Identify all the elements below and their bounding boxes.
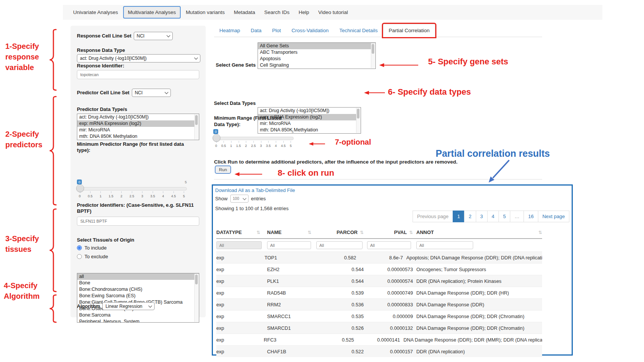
list-option[interactable]: act: Drug Activity (-log10[IC50M]) — [258, 108, 361, 114]
chevron-down-icon — [148, 304, 152, 307]
nav-metadata[interactable]: Metadata — [230, 7, 259, 18]
download-link[interactable]: Download All as a Tab-Delimited File — [215, 187, 295, 193]
nav-multivariate-analyses[interactable]: Multivariate Analyses — [123, 6, 181, 19]
next-page-button[interactable]: Next page — [538, 211, 569, 222]
list-option[interactable]: Bone:Sarcoma — [77, 312, 199, 318]
algorithm-select[interactable]: Linear Regression — [102, 302, 155, 310]
annotation-step5: 5- Specify gene sets — [428, 57, 508, 67]
scrollbar[interactable] — [194, 274, 199, 322]
list-option[interactable]: mth: DNA 850K Methylation — [77, 133, 199, 140]
arrow-down-left-icon — [485, 158, 513, 185]
column-header-parcor[interactable]: PARCOR⇅ — [314, 229, 364, 235]
scrollbar[interactable] — [371, 43, 375, 68]
slider-track[interactable] — [213, 137, 294, 140]
slider-handle[interactable] — [213, 134, 220, 142]
list-option-selected[interactable]: exp: mRNA Expression (log2) — [77, 120, 199, 127]
tab-cross-validation[interactable]: Cross-Validation — [286, 24, 334, 37]
table-row[interactable]: expRAD54B0.5390.00000749DNA Damage Respo… — [216, 287, 542, 298]
response-identifier-label: Response Identifier: — [77, 63, 124, 69]
list-option[interactable]: Apoptosis — [258, 56, 375, 62]
filter-datatype-input[interactable] — [216, 241, 262, 249]
table-row[interactable]: expTOP10.5828.6e-7Apoptosis; DNA Damage … — [216, 251, 542, 263]
app-root: Univariate Analyses Multivariate Analyse… — [0, 0, 644, 362]
page-size-select[interactable]: 100 — [230, 195, 249, 203]
sort-icon[interactable]: ⇅ — [409, 230, 413, 235]
scrollbar[interactable] — [356, 108, 361, 133]
nav-mutation-variants[interactable]: Mutation variants — [181, 7, 229, 18]
sort-icon[interactable]: ⇅ — [256, 230, 260, 235]
table-row[interactable]: expEZH20.5440.00000573Oncogenes; Tumor S… — [216, 263, 542, 275]
slider-value-chip: 0 — [77, 179, 82, 184]
tissue-include-radio[interactable]: To include — [77, 245, 107, 251]
page-button-2[interactable]: 2 — [464, 211, 476, 222]
list-option[interactable]: Bone — [77, 280, 199, 286]
page-button-5[interactable]: 5 — [499, 211, 510, 222]
min-predictor-range-slider[interactable]: 0 5 00.511.522.533.544.55 — [77, 179, 187, 198]
nav-univariate-analyses[interactable]: Univariate Analyses — [69, 7, 122, 18]
radio-unselected-icon — [77, 254, 82, 259]
list-option-selected[interactable]: all — [77, 273, 199, 280]
predictor-identifiers-input[interactable] — [77, 217, 199, 226]
list-option[interactable]: ABC Transporters — [258, 49, 375, 56]
partial-correlation-results-box: Download All as a Tab-Delimited File Sho… — [212, 184, 573, 356]
response-identifier-input[interactable] — [77, 70, 199, 79]
tab-data[interactable]: Data — [245, 24, 267, 37]
tab-partial-correlation[interactable]: Partial Correlation — [383, 24, 435, 37]
column-header-name[interactable]: NAME⇅ — [267, 229, 314, 235]
table-header-row: DATATYPE⇅ NAME⇅ PARCOR⇅ PVAL⇅ ANNOT⇅ — [216, 227, 542, 239]
gene-sets-listbox: All Gene Sets ABC Transporters Apoptosis… — [258, 42, 376, 69]
run-instruction: Click Run to determine additional predic… — [214, 159, 458, 165]
predictor-cell-line-set-row: Predictor Cell Line Set NCI — [77, 89, 200, 97]
list-option[interactable]: mir: MicroRNA — [77, 127, 199, 133]
slider-ticks: 00.511.522.533.544.55 — [215, 142, 292, 148]
tissue-exclude-radio[interactable]: To exclude — [77, 254, 108, 259]
page-button-1[interactable]: 1 — [453, 211, 464, 222]
scrollbar[interactable] — [194, 114, 199, 139]
nav-video-tutorial[interactable]: Video tutorial — [314, 7, 352, 18]
nav-help[interactable]: Help — [294, 7, 313, 18]
filter-annot-input[interactable] — [416, 241, 473, 249]
predictor-cell-line-set-select[interactable]: NCI — [132, 89, 171, 97]
show-entries-row: Show 100 entries — [215, 195, 266, 203]
run-button[interactable]: Run — [215, 165, 231, 174]
list-option[interactable]: act: Drug Activity (-log10[IC50M]) — [77, 114, 199, 120]
tab-heatmap[interactable]: Heatmap — [214, 24, 245, 37]
predictor-data-types-label: Predictor Data Type/s — [77, 106, 127, 112]
min-range-label: Minimum Range (First Listed Data Type): — [214, 115, 281, 128]
list-option-selected[interactable]: All Gene Sets — [258, 43, 375, 49]
tissues-listbox: all Bone Bone:Chondrosarcoma (CHS) Bone:… — [77, 273, 199, 323]
nav-search-ids[interactable]: Search IDs — [260, 7, 294, 18]
sort-icon[interactable]: ⇅ — [360, 230, 364, 235]
response-data-type-select[interactable]: act: Drug Activity (-log10[IC50M]) — [77, 54, 200, 62]
table-row[interactable]: expSMARCD10.5260.0000132DNA Damage Respo… — [216, 322, 542, 334]
filter-name-input[interactable] — [267, 241, 311, 249]
slider-value-chip: 0 — [213, 129, 218, 134]
table-row[interactable]: expPLK10.5440.00000574DDR (DNA replicati… — [216, 275, 542, 287]
sort-icon[interactable]: ⇅ — [308, 230, 311, 235]
page-button-4[interactable]: 4 — [487, 211, 499, 222]
sort-icon[interactable]: ⇅ — [538, 230, 542, 235]
response-cell-line-set-select[interactable]: NCI — [134, 32, 173, 40]
tab-technical-details[interactable]: Technical Details — [334, 24, 383, 37]
table-row[interactable]: expRRM20.5360.00000833DNA Damage Respons… — [216, 298, 542, 310]
table-row[interactable]: expSMARCC10.5350.000009DNA Damage Respon… — [216, 310, 542, 322]
column-header-annot[interactable]: ANNOT⇅ — [413, 229, 542, 235]
min-range-slider[interactable]: 0 5 00.511.522.533.544.55 — [213, 129, 294, 148]
page-button-16[interactable]: 16 — [524, 211, 538, 222]
tab-plot[interactable]: Plot — [267, 24, 286, 37]
slider-handle[interactable] — [76, 184, 84, 192]
slider-track[interactable] — [77, 187, 187, 190]
table-row[interactable]: expRFC30.5250.0000141DNA Damage Response… — [216, 334, 542, 345]
page-button-3[interactable]: 3 — [476, 211, 488, 222]
list-option[interactable]: Cell Signaling — [258, 62, 375, 69]
list-option[interactable]: Bone:Chondrosarcoma (CHS) — [77, 286, 199, 293]
column-header-datatype[interactable]: DATATYPE⇅ — [216, 229, 267, 235]
column-header-pval[interactable]: PVAL⇅ — [364, 229, 413, 235]
annotation-step1: 1-Specifyresponsevariable — [5, 41, 39, 73]
list-option[interactable]: Bone:Ewing Sarcoma (ES) — [77, 293, 199, 299]
list-option[interactable]: Peripheral_Nervous_System — [77, 318, 199, 323]
table-row[interactable]: expCHAF1B0.5220.0000157DDR (DNA replicat… — [216, 345, 542, 357]
filter-pval-input[interactable] — [367, 241, 411, 249]
previous-page-button[interactable]: Previous page — [413, 211, 453, 222]
filter-parcor-input[interactable] — [316, 241, 363, 249]
